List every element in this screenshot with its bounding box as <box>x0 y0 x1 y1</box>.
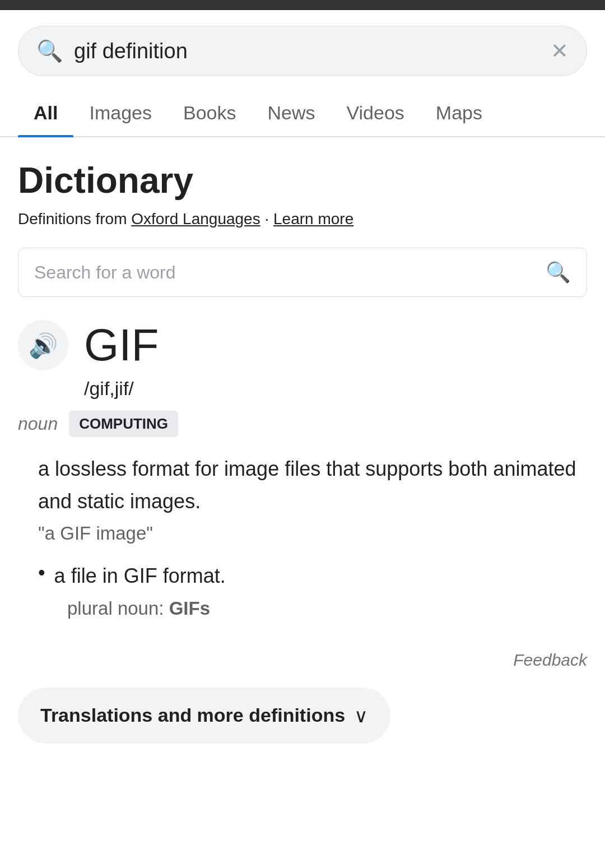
bullet-icon: • <box>38 561 45 592</box>
definition-sub-text: a file in GIF format. <box>54 560 226 592</box>
search-bar-container: 🔍 gif definition ✕ <box>0 10 605 76</box>
feedback-row: Feedback <box>0 637 605 670</box>
top-bar <box>0 0 605 10</box>
tab-images[interactable]: Images <box>73 90 167 136</box>
main-content: Dictionary Definitions from Oxford Langu… <box>0 137 605 619</box>
word-meta: noun COMPUTING <box>18 411 587 437</box>
translations-button[interactable]: Translations and more definitions ∨ <box>18 688 390 744</box>
speaker-button[interactable]: 🔊 <box>18 320 68 370</box>
plural-label: plural noun: <box>67 598 164 619</box>
definitions-source-text: Definitions from <box>18 210 131 228</box>
word-domain-badge: COMPUTING <box>69 411 178 437</box>
definition-sub: • a file in GIF format. <box>38 560 587 592</box>
speaker-icon: 🔊 <box>29 332 58 359</box>
plural-noun: plural noun: GIFs <box>38 598 587 619</box>
part-of-speech: noun <box>18 414 58 434</box>
definition-example: "a GIF image" <box>38 523 587 544</box>
feedback-link[interactable]: Feedback <box>513 651 587 670</box>
tab-news[interactable]: News <box>252 90 331 136</box>
word-text: GIF <box>84 319 159 371</box>
search-bar[interactable]: 🔍 gif definition ✕ <box>18 26 587 76</box>
learn-more-link[interactable]: Learn more <box>273 210 353 228</box>
word-search-icon: 🔍 <box>546 261 571 284</box>
search-icon: 🔍 <box>36 40 63 62</box>
pronunciation: /gif,jif/ <box>84 378 587 400</box>
tabs-navigation: All Images Books News Videos Maps <box>0 90 605 137</box>
search-query[interactable]: gif definition <box>74 39 539 63</box>
tab-maps[interactable]: Maps <box>420 90 498 136</box>
oxford-languages-link[interactable]: Oxford Languages <box>131 210 260 228</box>
definitions-source: Definitions from Oxford Languages · Lear… <box>18 208 587 230</box>
clear-icon[interactable]: ✕ <box>551 39 569 63</box>
definition-main-text: a lossless format for image files that s… <box>38 453 587 517</box>
dictionary-title: Dictionary <box>18 160 587 201</box>
word-header: 🔊 GIF <box>18 319 587 371</box>
plural-value: GIFs <box>169 598 210 619</box>
definition-block: a lossless format for image files that s… <box>18 453 587 619</box>
chevron-down-icon: ∨ <box>354 704 368 727</box>
translations-button-text: Translations and more definitions <box>40 704 345 726</box>
tab-books[interactable]: Books <box>167 90 252 136</box>
tab-videos[interactable]: Videos <box>331 90 420 136</box>
word-search-placeholder[interactable]: Search for a word <box>34 262 546 283</box>
word-search-box[interactable]: Search for a word 🔍 <box>18 248 587 297</box>
tab-all[interactable]: All <box>18 90 73 136</box>
